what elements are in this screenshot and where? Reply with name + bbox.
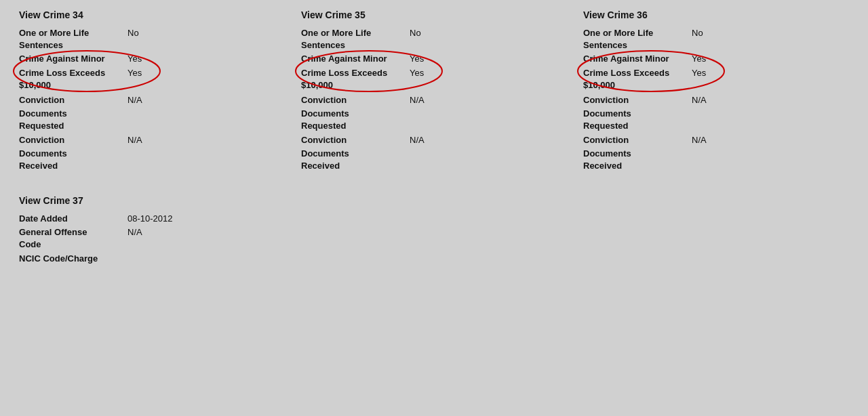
crime36-docs-received-label: DocumentsReceived xyxy=(583,148,692,172)
crime36-conviction1-label: Conviction xyxy=(583,94,692,106)
crime35-conviction2-value: N/A xyxy=(410,134,425,146)
crime34-life-sentences: One or More LifeSentences No xyxy=(19,27,285,51)
crime35-life-sentences-value: No xyxy=(410,27,421,39)
crime34-loss-exceeds-value: Yes xyxy=(127,67,142,79)
crime34-conviction1-label: Conviction xyxy=(19,94,127,106)
crime37-general-offense: General OffenseCode N/A xyxy=(19,226,296,251)
crime34-against-minor-label: Crime Against Minor xyxy=(19,53,127,65)
crime36-conviction2: Conviction N/A xyxy=(583,134,849,146)
crime35-life-sentences-label: One or More LifeSentences xyxy=(301,27,410,51)
crime35-against-minor: Crime Against Minor Yes xyxy=(301,53,567,65)
crime34-docs-requested-label: DocumentsRequested xyxy=(19,108,127,132)
crime37-title: View Crime 37 xyxy=(19,195,296,206)
crime34-docs-received: DocumentsReceived xyxy=(19,148,285,172)
crime35-conviction2-label: Conviction xyxy=(301,134,410,146)
crime36-conviction1-value: N/A xyxy=(692,94,707,106)
crime34-life-sentences-label: One or More LifeSentences xyxy=(19,27,127,51)
crime35-conviction1-label: Conviction xyxy=(301,94,410,106)
crime36-conviction2-value: N/A xyxy=(692,134,707,146)
crime34-against-minor-value: Yes xyxy=(127,53,142,65)
crime37-general-offense-label: General OffenseCode xyxy=(19,226,127,251)
crime34-loss-exceeds-label: Crime Loss Exceeds$10,000 xyxy=(19,67,127,91)
crime37-general-offense-value: N/A xyxy=(127,226,142,238)
crime36-conviction2-label: Conviction xyxy=(583,134,692,146)
crime36-loss-exceeds: Crime Loss Exceeds$10,000 Yes xyxy=(583,67,849,91)
crime35-loss-exceeds-value: Yes xyxy=(410,67,424,79)
crime37-panel: View Crime 37 Date Added 08-10-2012 Gene… xyxy=(11,191,304,270)
crime35-against-minor-value: Yes xyxy=(410,53,424,65)
crime35-conviction2: Conviction N/A xyxy=(301,134,567,146)
crime36-panel: View Crime 36 One or More LifeSentences … xyxy=(575,5,857,178)
crime34-conviction1: Conviction N/A xyxy=(19,94,285,106)
crime36-against-minor: Crime Against Minor Yes xyxy=(583,53,849,65)
crime36-loss-exceeds-value: Yes xyxy=(692,67,706,79)
crime36-against-minor-label: Crime Against Minor xyxy=(583,53,692,65)
crime36-title: View Crime 36 xyxy=(583,9,849,20)
crime35-against-minor-label: Crime Against Minor xyxy=(301,53,410,65)
crime35-docs-requested: DocumentsRequested xyxy=(301,108,567,132)
crime34-conviction1-value: N/A xyxy=(127,94,142,106)
crime37-date-added-value: 08-10-2012 xyxy=(127,213,173,225)
crime35-docs-received-label: DocumentsReceived xyxy=(301,148,410,172)
crime34-against-minor: Crime Against Minor Yes xyxy=(19,53,285,65)
crime34-conviction2-value: N/A xyxy=(127,134,142,146)
crime36-life-sentences-label: One or More LifeSentences xyxy=(583,27,692,51)
crime37-date-added: Date Added 08-10-2012 xyxy=(19,213,296,225)
crime37-ncic-code: NCIC Code/Charge xyxy=(19,253,296,265)
crime35-loss-exceeds-label: Crime Loss Exceeds$10,000 xyxy=(301,67,410,91)
crime35-docs-requested-label: DocumentsRequested xyxy=(301,108,410,132)
crime34-docs-received-label: DocumentsReceived xyxy=(19,148,127,172)
crime36-life-sentences: One or More LifeSentences No xyxy=(583,27,849,51)
crime36-loss-exceeds-label: Crime Loss Exceeds$10,000 xyxy=(583,67,692,91)
top-crimes-row: View Crime 34 One or More LifeSentences … xyxy=(11,5,857,178)
crime34-panel: View Crime 34 One or More LifeSentences … xyxy=(11,5,293,178)
bottom-crimes-row: View Crime 37 Date Added 08-10-2012 Gene… xyxy=(11,191,857,270)
crime34-docs-requested: DocumentsRequested xyxy=(19,108,285,132)
bottom-empty-space xyxy=(304,191,857,270)
crime34-conviction2-label: Conviction xyxy=(19,134,127,146)
crime36-docs-requested: DocumentsRequested xyxy=(583,108,849,132)
crime35-conviction1: Conviction N/A xyxy=(301,94,567,106)
crime34-title: View Crime 34 xyxy=(19,9,285,20)
crime35-conviction1-value: N/A xyxy=(410,94,425,106)
crime35-docs-received: DocumentsReceived xyxy=(301,148,567,172)
crime37-ncic-code-label: NCIC Code/Charge xyxy=(19,253,127,265)
crime34-loss-exceeds: Crime Loss Exceeds$10,000 Yes xyxy=(19,67,285,91)
crime34-life-sentences-value: No xyxy=(127,27,139,39)
crime36-docs-received: DocumentsReceived xyxy=(583,148,849,172)
crime35-life-sentences: One or More LifeSentences No xyxy=(301,27,567,51)
crime36-docs-requested-label: DocumentsRequested xyxy=(583,108,692,132)
crime36-life-sentences-value: No xyxy=(692,27,703,39)
crime35-title: View Crime 35 xyxy=(301,9,567,20)
crime36-against-minor-value: Yes xyxy=(692,53,706,65)
crime35-loss-exceeds: Crime Loss Exceeds$10,000 Yes xyxy=(301,67,567,91)
crime37-date-added-label: Date Added xyxy=(19,213,127,225)
crime36-conviction1: Conviction N/A xyxy=(583,94,849,106)
crime35-panel: View Crime 35 One or More LifeSentences … xyxy=(293,5,575,178)
crime34-conviction2: Conviction N/A xyxy=(19,134,285,146)
